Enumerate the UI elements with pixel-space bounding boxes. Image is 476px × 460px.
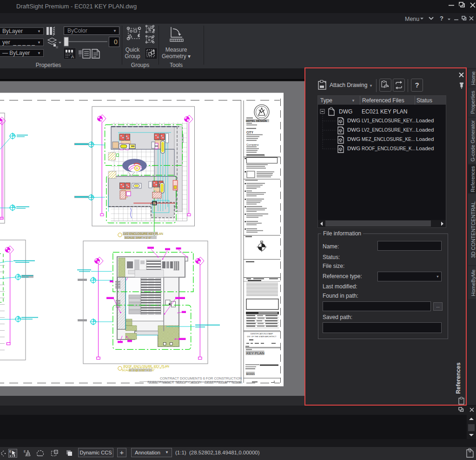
svg-text:Company: Company (246, 143, 259, 146)
svg-text:SCALE: 3/64" = 1'-0": SCALE: 3/64" = 1'-0" (125, 236, 152, 239)
svg-text:SCALE: 2-@ 1/32" = 1'-0": SCALE: 2-@ 1/32" = 1'-0" (122, 368, 155, 372)
svg-text:IDENTIFICATION-STAMP: IDENTIFICATION-STAMP (251, 333, 273, 335)
svg-text:A: A (71, 54, 74, 59)
svg-text:?: ? (440, 15, 443, 22)
svg-text:KEY PLAN: KEY PLAN (246, 351, 264, 355)
svg-text:EC021: EC021 (246, 373, 255, 375)
svg-text:HOTEL DESIGN: HOTEL DESIGN (246, 120, 267, 122)
svg-text:CITY: CITY (246, 131, 253, 134)
svg-text:ROOF_ENCLOSURE_KEY_PLAN: ROOF_ENCLOSURE_KEY_PLAN (124, 365, 170, 368)
svg-text:LV2 ENCLOSURE KEY PLAN: LV2 ENCLOSURE KEY PLAN (124, 232, 164, 235)
svg-text:DIV. OF THE STATE ARCHITECT: DIV. OF THE STATE ARCHITECT (247, 335, 277, 338)
svg-text:E: E (9, 450, 12, 453)
svg-text:PERFORMANCE SPECIFICATION—DEFE: PERFORMANCE SPECIFICATION—DEFERRED APPRO… (147, 380, 243, 384)
svg-text:0: 0 (114, 38, 118, 46)
svg-text:E: E (24, 450, 26, 453)
